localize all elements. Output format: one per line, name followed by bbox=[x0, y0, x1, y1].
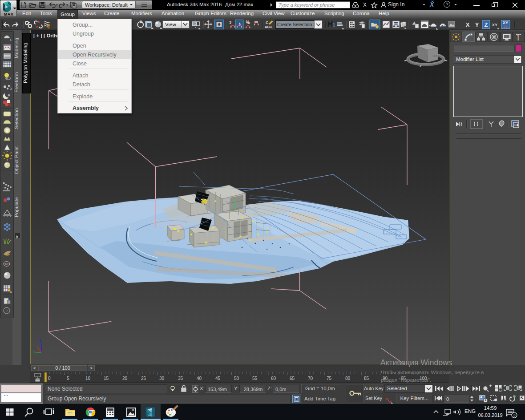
svg-text:60: 60 bbox=[271, 376, 276, 381]
svg-text:C: C bbox=[266, 20, 269, 25]
svg-text:XY: XY bbox=[503, 20, 509, 25]
svg-text:1: 1 bbox=[332, 22, 335, 28]
svg-text:65: 65 bbox=[290, 376, 295, 381]
svg-text:75: 75 bbox=[327, 376, 332, 381]
svg-text:3: 3 bbox=[229, 20, 231, 24]
svg-text:%: % bbox=[246, 20, 250, 25]
svg-text:Create Selection Se: Create Selection Se bbox=[277, 22, 319, 27]
svg-text:ABC: ABC bbox=[265, 25, 272, 29]
svg-text:15: 15 bbox=[104, 376, 109, 381]
svg-text:CM: CM bbox=[46, 25, 50, 28]
svg-text:40: 40 bbox=[197, 376, 202, 381]
svg-text:XY: XY bbox=[492, 22, 498, 27]
svg-text:85: 85 bbox=[364, 376, 369, 381]
svg-text:z: z bbox=[39, 338, 41, 343]
svg-text:5: 5 bbox=[67, 376, 69, 381]
svg-text:Y: Y bbox=[475, 21, 479, 28]
svg-text:?: ? bbox=[5, 309, 8, 313]
svg-text:10: 10 bbox=[85, 376, 91, 381]
svg-text:55: 55 bbox=[252, 376, 258, 381]
svg-text:3: 3 bbox=[513, 413, 516, 417]
svg-text:FFS: FFS bbox=[148, 414, 153, 417]
svg-text:25: 25 bbox=[141, 376, 146, 381]
svg-text:30: 30 bbox=[159, 376, 165, 381]
svg-text:Z: Z bbox=[485, 21, 488, 28]
svg-text:20: 20 bbox=[122, 376, 128, 381]
svg-text:80: 80 bbox=[345, 376, 351, 381]
svg-text:OxO: OxO bbox=[4, 262, 10, 266]
svg-text:0: 0 bbox=[48, 376, 51, 381]
svg-text:45: 45 bbox=[215, 376, 221, 381]
svg-text:50: 50 bbox=[234, 376, 239, 381]
svg-text:35: 35 bbox=[178, 376, 183, 381]
svg-text:70: 70 bbox=[308, 376, 313, 381]
svg-text:X: X bbox=[466, 21, 470, 28]
